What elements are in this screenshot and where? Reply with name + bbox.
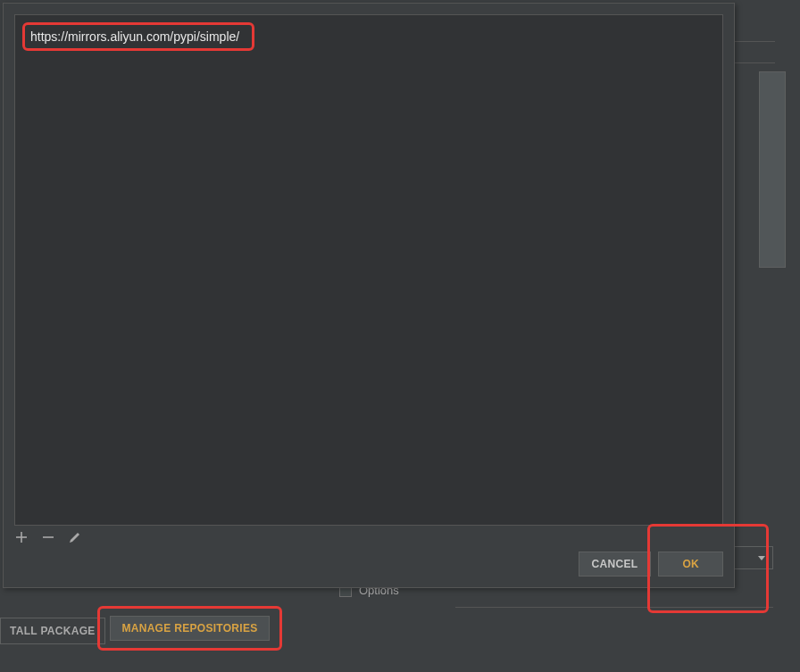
- list-toolbar: [14, 530, 82, 544]
- repository-url[interactable]: https://mirrors.aliyun.com/pypi/simple/: [30, 29, 239, 44]
- divider: [455, 607, 773, 608]
- dialog-button-row: CANCEL OK: [579, 552, 723, 577]
- install-package-button[interactable]: TALL PACKAGE: [0, 618, 105, 644]
- add-icon[interactable]: [14, 530, 29, 544]
- side-toggle-panel: [759, 71, 786, 268]
- edit-icon[interactable]: [68, 530, 82, 544]
- chevron-down-icon: [758, 556, 765, 560]
- repository-list[interactable]: https://mirrors.aliyun.com/pypi/simple/: [14, 14, 723, 526]
- highlight-repo-url: https://mirrors.aliyun.com/pypi/simple/: [22, 22, 254, 51]
- ok-button[interactable]: OK: [658, 552, 723, 577]
- remove-icon[interactable]: [41, 530, 55, 544]
- manage-repositories-button[interactable]: MANAGE REPOSITORIES: [110, 616, 269, 641]
- cancel-button[interactable]: CANCEL: [579, 552, 652, 577]
- highlight-manage-repos: MANAGE REPOSITORIES: [97, 606, 282, 651]
- repositories-dialog: https://mirrors.aliyun.com/pypi/simple/ …: [3, 3, 735, 588]
